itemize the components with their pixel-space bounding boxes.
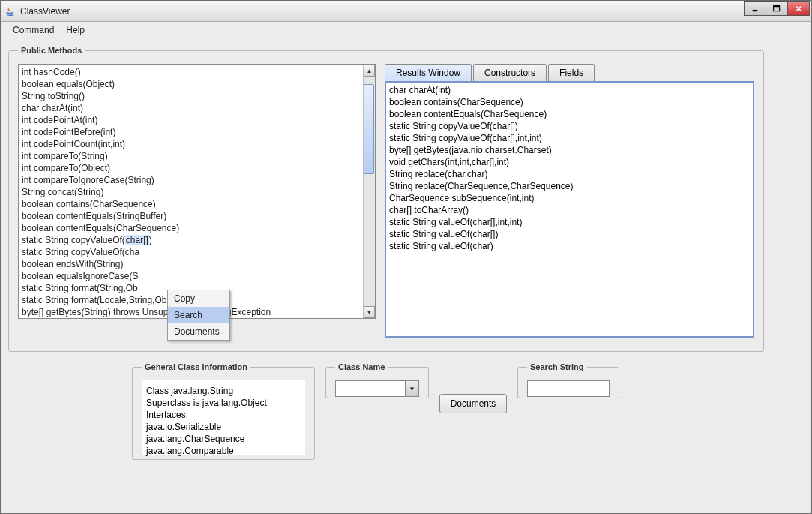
list-item[interactable]: boolean equalsIgnoreCase(S bbox=[22, 270, 360, 282]
list-item[interactable]: int compareToIgnoreCase(String) bbox=[22, 174, 360, 186]
list-item[interactable]: static String valueOf(char[]) bbox=[389, 228, 750, 240]
class-name-input[interactable] bbox=[336, 381, 405, 396]
scroll-track[interactable] bbox=[364, 77, 375, 306]
info-line: Superclass is java.lang.Object bbox=[146, 397, 301, 409]
scroll-thumb[interactable] bbox=[364, 84, 374, 174]
results-list[interactable]: char charAt(int)boolean contains(CharSeq… bbox=[385, 81, 754, 338]
scroll-down-icon[interactable]: ▼ bbox=[364, 306, 375, 318]
info-line: java.io.Serializable bbox=[146, 421, 301, 433]
client-area: Public Methods int hashCode()boolean equ… bbox=[1, 38, 811, 513]
app-window: ClassViewer Command Help Public Methods … bbox=[0, 0, 812, 514]
info-line: java.lang.CharSequence bbox=[146, 433, 301, 445]
list-item[interactable]: byte[] getBytes(java.nio.charset.Charset… bbox=[389, 144, 750, 156]
list-item[interactable]: CharSequence subSequence(int,int) bbox=[389, 192, 750, 204]
list-item[interactable]: int codePointBefore(int) bbox=[22, 126, 360, 138]
methods-list[interactable]: int hashCode()boolean equals(Object)Stri… bbox=[18, 64, 376, 319]
public-methods-legend: Public Methods bbox=[18, 46, 85, 55]
scroll-up-icon[interactable]: ▲ bbox=[364, 65, 375, 77]
list-item[interactable]: void getChars(int,int,char[],int) bbox=[389, 156, 750, 168]
tab-constructors[interactable]: Constructors bbox=[473, 64, 547, 81]
info-line: Class java.lang.String bbox=[146, 385, 301, 397]
list-item[interactable]: boolean contentEquals(CharSequence) bbox=[389, 108, 750, 120]
close-button[interactable] bbox=[787, 1, 810, 16]
list-item[interactable]: static String valueOf(char[],int,int) bbox=[389, 216, 750, 228]
context-menu: Copy Search Documents bbox=[167, 290, 230, 341]
list-item[interactable]: static String copyValueOf(char[]) bbox=[22, 234, 360, 246]
results-pane: Results Window Constructors Fields char … bbox=[385, 64, 754, 338]
list-item[interactable]: int hashCode() bbox=[22, 66, 360, 78]
list-item[interactable]: char charAt(int) bbox=[389, 84, 750, 96]
info-line: Interfaces: bbox=[146, 409, 301, 421]
methods-scrollbar[interactable]: ▲ ▼ bbox=[363, 65, 375, 318]
minimize-button[interactable] bbox=[744, 1, 766, 16]
list-item[interactable]: int compareTo(Object) bbox=[22, 162, 360, 174]
list-item[interactable]: static String copyValueOf(char[]) bbox=[389, 120, 750, 132]
general-info-text: Class java.lang.StringSuperclass is java… bbox=[142, 380, 305, 455]
documents-button[interactable]: Documents bbox=[439, 394, 507, 413]
menu-command[interactable]: Command bbox=[7, 23, 60, 38]
class-name-legend: Class Name bbox=[335, 362, 388, 371]
search-string-group: Search String bbox=[517, 362, 619, 398]
list-item[interactable]: int codePointAt(int) bbox=[22, 114, 360, 126]
list-item[interactable]: String replace(CharSequence,CharSequence… bbox=[389, 180, 750, 192]
tab-results[interactable]: Results Window bbox=[385, 64, 472, 81]
list-item[interactable]: int codePointCount(int,int) bbox=[22, 138, 360, 150]
class-name-group: Class Name ▼ bbox=[325, 362, 429, 398]
list-item[interactable]: boolean endsWith(String) bbox=[22, 258, 360, 270]
java-icon bbox=[4, 5, 16, 17]
tab-fields[interactable]: Fields bbox=[548, 64, 595, 81]
title-bar[interactable]: ClassViewer bbox=[1, 1, 811, 22]
list-item[interactable]: char[] toCharArray() bbox=[389, 204, 750, 216]
search-string-legend: Search String bbox=[527, 362, 587, 371]
list-item[interactable]: static String copyValueOf(cha bbox=[22, 246, 360, 258]
ctx-documents[interactable]: Documents bbox=[168, 323, 229, 340]
search-string-input[interactable] bbox=[527, 380, 610, 397]
list-item[interactable]: String replace(char,char) bbox=[389, 168, 750, 180]
menu-help[interactable]: Help bbox=[60, 23, 91, 38]
window-title: ClassViewer bbox=[20, 6, 70, 17]
info-line: java.lang.Comparable bbox=[146, 445, 301, 457]
ctx-copy[interactable]: Copy bbox=[168, 290, 229, 307]
class-name-combo[interactable]: ▼ bbox=[335, 380, 419, 397]
list-item[interactable]: String toString() bbox=[22, 90, 360, 102]
list-item[interactable]: String concat(String) bbox=[22, 186, 360, 198]
maximize-button[interactable] bbox=[766, 1, 788, 16]
ctx-search[interactable]: Search bbox=[168, 307, 229, 323]
list-item[interactable]: boolean contentEquals(CharSequence) bbox=[22, 222, 360, 234]
list-item[interactable]: static String valueOf(char) bbox=[389, 240, 750, 252]
list-item[interactable]: char charAt(int) bbox=[22, 102, 360, 114]
general-info-group: General Class Information Class java.lan… bbox=[132, 362, 315, 460]
public-methods-group: Public Methods int hashCode()boolean equ… bbox=[8, 46, 764, 352]
list-item[interactable]: boolean equals(Object) bbox=[22, 78, 360, 90]
menu-bar: Command Help bbox=[1, 22, 811, 38]
chevron-down-icon[interactable]: ▼ bbox=[405, 381, 418, 396]
list-item[interactable]: boolean contains(CharSequence) bbox=[389, 96, 750, 108]
list-item[interactable]: boolean contains(CharSequence) bbox=[22, 198, 360, 210]
tabs-row: Results Window Constructors Fields bbox=[385, 64, 754, 81]
list-item[interactable]: boolean contentEquals(StringBuffer) bbox=[22, 210, 360, 222]
window-controls bbox=[745, 1, 810, 16]
general-info-legend: General Class Information bbox=[142, 362, 250, 371]
list-item[interactable]: int compareTo(String) bbox=[22, 150, 360, 162]
list-item[interactable]: static String copyValueOf(char[],int,int… bbox=[389, 132, 750, 144]
